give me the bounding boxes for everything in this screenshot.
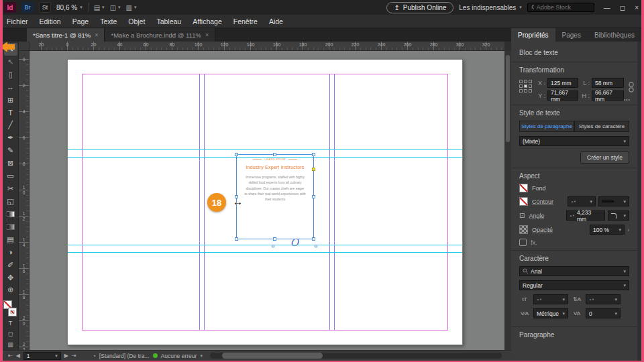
- frame-handle[interactable]: [273, 153, 276, 156]
- menu-page[interactable]: Page: [72, 17, 89, 25]
- content-collector-tool[interactable]: ⊞: [4, 94, 17, 107]
- rectangle-tool[interactable]: ▭: [4, 170, 17, 182]
- expand-arrow-icon[interactable]: ›: [627, 227, 629, 233]
- more-options-icon[interactable]: •••: [624, 97, 631, 102]
- note-tool[interactable]: ▤: [4, 233, 17, 246]
- gradient-swatch-tool[interactable]: [4, 208, 17, 221]
- bridge-icon[interactable]: Br: [21, 2, 34, 13]
- minimize-button[interactable]: —: [604, 4, 610, 11]
- y-position-field[interactable]: 71,667 mm: [547, 90, 578, 101]
- fx-label[interactable]: fx.: [531, 239, 537, 246]
- tracking-select[interactable]: 0 ▾: [586, 308, 621, 318]
- frame-handle[interactable]: [315, 245, 317, 247]
- paragraph-style-select[interactable]: (Mixte) ▾: [519, 136, 629, 146]
- type-tool[interactable]: T: [4, 107, 17, 119]
- doc-tab-sans-titre[interactable]: *Sans titre-1 @ 81% ×: [27, 28, 105, 42]
- stroke-weight-select[interactable]: ▲▼ ▾: [568, 196, 596, 206]
- fill-color-swatch[interactable]: [519, 184, 528, 192]
- screen-mode-toggle[interactable]: ▥: [4, 339, 17, 350]
- maximize-button[interactable]: ◻: [620, 4, 625, 11]
- width-field[interactable]: 58 mm: [592, 78, 624, 88]
- live-corner-handle[interactable]: [312, 168, 315, 171]
- first-page-button[interactable]: ⇤: [8, 353, 13, 359]
- free-transform-tool[interactable]: ◱: [4, 195, 17, 208]
- zoom-level-select[interactable]: 80,6 % ▾: [56, 4, 83, 11]
- corner-label[interactable]: Angle: [529, 213, 544, 219]
- menu-affichage[interactable]: Affichage: [193, 17, 222, 25]
- constrain-proportions-icon[interactable]: [628, 82, 635, 95]
- close-icon[interactable]: ×: [205, 32, 209, 38]
- direct-selection-tool[interactable]: ↖: [4, 56, 17, 68]
- font-size-select[interactable]: ▲▼ ▾: [533, 294, 568, 304]
- font-style-select[interactable]: Regular ▾: [519, 280, 629, 290]
- frame-handle[interactable]: [272, 245, 274, 247]
- eyedropper-tool[interactable]: ✐: [4, 259, 17, 272]
- pencil-tool[interactable]: ✎: [4, 144, 17, 157]
- gap-tool[interactable]: ↔: [4, 81, 17, 94]
- grid-options-menu[interactable]: ◫ ▾: [110, 4, 121, 11]
- menu-aide[interactable]: Aide: [269, 17, 283, 25]
- stepper-icons[interactable]: ▲▼: [537, 298, 542, 301]
- effects-icon[interactable]: [519, 239, 527, 246]
- font-family-select[interactable]: Arial ▾: [519, 266, 629, 276]
- horizontal-scrollbar[interactable]: [210, 353, 502, 359]
- menu-fenetre[interactable]: Fenêtre: [233, 17, 258, 25]
- menu-objet[interactable]: Objet: [128, 17, 145, 25]
- canvas-viewport[interactable]: LEARN FROM Industry Expert Instructors I…: [30, 51, 504, 350]
- tab-pages[interactable]: Pages: [555, 28, 588, 42]
- page-number-select[interactable]: 1 ▾: [23, 352, 61, 360]
- vertical-scrollbar[interactable]: [504, 51, 511, 350]
- scrollbar-thumb[interactable]: [506, 55, 510, 142]
- character-styles-tab[interactable]: Styles de caractère: [574, 121, 629, 132]
- workspace-switcher[interactable]: Les indispensables ▾: [459, 4, 522, 11]
- last-page-button[interactable]: ⇥: [72, 353, 76, 359]
- leading-select[interactable]: ▲▼ ▾: [586, 294, 621, 304]
- menu-texte[interactable]: Texte: [100, 17, 117, 25]
- line-tool[interactable]: ╱: [4, 119, 17, 132]
- corner-shape-select[interactable]: ▾: [608, 210, 629, 221]
- frame-handle[interactable]: [312, 237, 315, 241]
- kerning-select[interactable]: Métrique ▾: [533, 308, 568, 318]
- ruler-origin-corner[interactable]: [19, 42, 30, 51]
- stroke-swatch[interactable]: [8, 308, 17, 316]
- stroke-type-select[interactable]: ▾: [598, 196, 629, 206]
- frame-handle[interactable]: [312, 153, 315, 156]
- search-input[interactable]: [537, 4, 590, 11]
- frame-handle[interactable]: [235, 153, 238, 156]
- preflight-menu-icon[interactable]: ◔: [93, 353, 96, 359]
- document-presets-menu[interactable]: ▤ ▾: [94, 4, 105, 11]
- next-page-button[interactable]: ▶: [64, 353, 68, 359]
- menu-fichier[interactable]: Fichier: [7, 17, 28, 25]
- tab-proprietes[interactable]: Propriétés: [511, 28, 555, 42]
- adobe-stock-search[interactable]: [527, 3, 594, 12]
- scissors-tool[interactable]: ✂: [4, 182, 17, 195]
- tab-bibliotheques[interactable]: Bibliothèques: [588, 28, 641, 42]
- stroke-label[interactable]: Contour: [532, 198, 553, 205]
- menu-tableau[interactable]: Tableau: [156, 17, 181, 25]
- previous-page-button[interactable]: ◀: [16, 353, 20, 359]
- paragraph-styles-tab[interactable]: Styles de paragraphe: [519, 121, 574, 132]
- formatting-affects-text-toggle[interactable]: T: [4, 318, 17, 328]
- apply-none-button[interactable]: ◻: [4, 328, 17, 339]
- color-theme-tool[interactable]: ◑: [4, 246, 17, 259]
- close-button[interactable]: ×: [635, 4, 639, 11]
- selected-text-frame[interactable]: LEARN FROM Industry Expert Instructors I…: [236, 154, 314, 239]
- opacity-label[interactable]: Opacité: [532, 227, 553, 233]
- frame-handle[interactable]: [273, 237, 276, 241]
- stroke-color-swatch[interactable]: [519, 197, 528, 206]
- opacity-select[interactable]: 100 % ▾: [590, 225, 625, 235]
- stepper-icons[interactable]: ▲▼: [571, 200, 576, 203]
- columns-options-menu[interactable]: ▥ ▾: [126, 4, 137, 11]
- doc-tab-make-a-brochure[interactable]: *Make a Brochure.indd @ 111% ×: [105, 28, 215, 42]
- scrollbar-thumb[interactable]: [222, 353, 323, 359]
- chevron-down-icon[interactable]: ▾: [200, 353, 203, 359]
- gradient-feather-tool[interactable]: [4, 221, 17, 233]
- ruler-guide[interactable]: [68, 252, 462, 253]
- height-field[interactable]: 66,667 mm: [592, 90, 624, 101]
- frame-handle[interactable]: [312, 195, 315, 198]
- ruler-guide[interactable]: [68, 245, 462, 245]
- pen-tool[interactable]: ✒: [4, 131, 17, 144]
- frame-handle[interactable]: [235, 237, 238, 241]
- rectangle-frame-tool[interactable]: ⊠: [4, 157, 17, 170]
- page-tool[interactable]: ▯: [4, 68, 17, 81]
